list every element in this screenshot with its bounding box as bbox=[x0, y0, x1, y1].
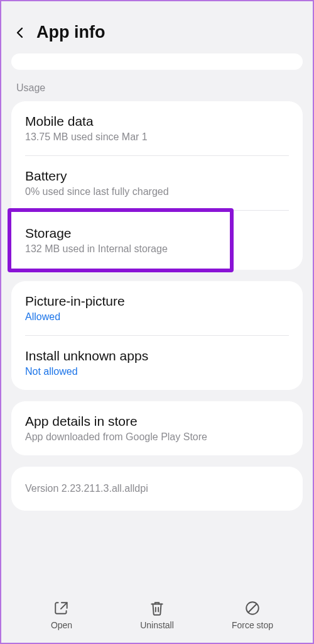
store-card: App details in store App downloaded from… bbox=[11, 401, 303, 455]
row-sub: 132 MB used in Internal storage bbox=[25, 243, 216, 255]
section-label-usage: Usage bbox=[8, 76, 306, 101]
open-label: Open bbox=[51, 620, 72, 630]
row-title: Battery bbox=[25, 169, 289, 184]
row-title: Storage bbox=[25, 226, 216, 241]
row-sub: App downloaded from Google Play Store bbox=[25, 431, 289, 443]
version-card: Version 2.23.211.3.all.alldpi bbox=[11, 467, 303, 511]
open-icon bbox=[53, 600, 70, 616]
row-battery[interactable]: Battery 0% used since last fully charged bbox=[11, 156, 303, 210]
header: App info bbox=[8, 8, 306, 53]
version-text: Version 2.23.211.3.all.alldpi bbox=[25, 483, 289, 494]
stop-icon bbox=[244, 600, 261, 616]
page-title: App info bbox=[36, 23, 105, 42]
row-install-unknown-apps[interactable]: Install unknown apps Not allowed bbox=[11, 336, 303, 390]
row-title: App details in store bbox=[25, 414, 289, 429]
row-sub: Allowed bbox=[25, 311, 289, 323]
row-picture-in-picture[interactable]: Picture-in-picture Allowed bbox=[11, 281, 303, 335]
svg-line-3 bbox=[249, 604, 257, 613]
previous-card-sliver bbox=[11, 53, 303, 70]
row-title: Install unknown apps bbox=[25, 348, 289, 364]
open-button[interactable]: Open bbox=[24, 600, 99, 630]
force-stop-button[interactable]: Force stop bbox=[215, 600, 290, 630]
row-app-details-in-store[interactable]: App details in store App downloaded from… bbox=[11, 401, 303, 455]
force-stop-label: Force stop bbox=[232, 620, 273, 630]
usage-card: Mobile data 13.75 MB used since Mar 1 Ba… bbox=[11, 101, 303, 270]
row-title: Mobile data bbox=[25, 114, 289, 129]
permissions-card: Picture-in-picture Allowed Install unkno… bbox=[11, 281, 303, 390]
bottom-bar: Open Uninstall Force stop bbox=[8, 590, 306, 636]
row-sub: 0% used since last fully charged bbox=[25, 186, 289, 197]
row-title: Picture-in-picture bbox=[25, 294, 289, 309]
row-storage[interactable]: Storage 132 MB used in Internal storage bbox=[8, 208, 234, 272]
row-mobile-data[interactable]: Mobile data 13.75 MB used since Mar 1 bbox=[11, 101, 303, 155]
uninstall-label: Uninstall bbox=[140, 620, 174, 630]
row-sub: 13.75 MB used since Mar 1 bbox=[25, 131, 289, 143]
back-icon[interactable] bbox=[13, 25, 28, 40]
trash-icon bbox=[149, 600, 165, 616]
row-sub: Not allowed bbox=[25, 366, 289, 377]
uninstall-button[interactable]: Uninstall bbox=[119, 600, 195, 630]
